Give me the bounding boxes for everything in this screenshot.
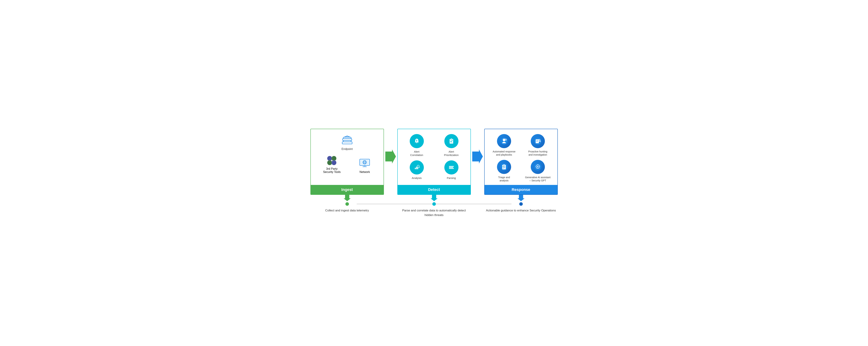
detect-footer: Detect bbox=[398, 185, 470, 194]
ingest-content: Endpoint bbox=[311, 129, 383, 185]
svg-point-66 bbox=[536, 166, 536, 167]
arrow-detect-response bbox=[471, 129, 484, 195]
response-item-proactive: Proactive hunting and investigation bbox=[528, 134, 547, 156]
svg-marker-69 bbox=[344, 195, 351, 201]
timeline-text-detect: Parse and correlate data to automaticall… bbox=[397, 208, 471, 217]
svg-rect-20 bbox=[364, 165, 366, 166]
response-item-triage: Triage and analysis bbox=[497, 160, 511, 182]
boxes-row: Endpoint bbox=[310, 129, 558, 195]
down-arrow-row bbox=[310, 195, 558, 201]
arrow-blue-svg bbox=[472, 150, 483, 163]
3rdparty-label: 3rd Party Security Tools bbox=[323, 167, 341, 174]
alert-correlation-circle bbox=[410, 134, 424, 148]
svg-marker-70 bbox=[431, 195, 438, 201]
detect-down-arrow-col bbox=[397, 195, 471, 201]
genai-circle bbox=[531, 160, 545, 174]
svg-rect-21 bbox=[363, 166, 367, 167]
svg-rect-33 bbox=[417, 167, 418, 169]
automated-circle bbox=[497, 134, 511, 148]
response-down-arrow-col bbox=[484, 195, 558, 201]
svg-point-68 bbox=[537, 164, 538, 165]
svg-rect-28 bbox=[451, 138, 452, 139]
svg-rect-55 bbox=[502, 165, 506, 169]
svg-rect-37 bbox=[449, 166, 454, 167]
proactive-circle bbox=[531, 134, 545, 148]
response-footer: Response bbox=[485, 185, 557, 194]
triage-circle bbox=[497, 160, 511, 174]
automated-label: Automated response and playbooks bbox=[493, 150, 515, 156]
detect-item-parsing: Parsing bbox=[444, 160, 459, 180]
3rdparty-svg bbox=[326, 155, 338, 166]
arrow-ingest-detect bbox=[384, 129, 397, 195]
network-icon bbox=[358, 157, 371, 170]
ingest-footer: Ingest bbox=[311, 185, 383, 194]
ingest-item-network: Network bbox=[358, 157, 371, 174]
timeline-dot-response bbox=[519, 202, 523, 206]
svg-point-67 bbox=[539, 166, 540, 167]
alert-prioritization-icon bbox=[447, 137, 455, 145]
detect-item-alert-prioritization: AlertPrioritization bbox=[444, 134, 459, 157]
svg-rect-3 bbox=[342, 142, 352, 144]
response-content: Automated response and playbooks bbox=[485, 129, 557, 185]
proactive-icon bbox=[534, 137, 542, 145]
svg-rect-31 bbox=[415, 168, 416, 169]
detect-grid: AlertCorrelation bbox=[401, 134, 467, 180]
svg-rect-38 bbox=[449, 167, 454, 168]
endpoint-label: Endpoint bbox=[342, 148, 353, 151]
detect-down-arrow bbox=[431, 195, 438, 201]
response-down-arrow bbox=[518, 195, 525, 201]
ingest-down-arrow bbox=[344, 195, 351, 201]
ingest-bottom-row: 3rd Party Security Tools bbox=[314, 155, 380, 174]
timeline-dot-ingest bbox=[345, 202, 349, 206]
alert-correlation-icon bbox=[413, 137, 421, 145]
alert-prioritization-label: AlertPrioritization bbox=[444, 150, 459, 157]
alert-correlation-label: AlertCorrelation bbox=[410, 150, 423, 157]
svg-rect-4 bbox=[345, 136, 349, 137]
svg-marker-71 bbox=[518, 195, 525, 201]
timeline-text-ingest: Collect and ingest data telemetry bbox=[323, 208, 371, 213]
detect-content: AlertCorrelation bbox=[398, 129, 470, 185]
arrow-green-svg bbox=[385, 150, 396, 163]
box-response: Automated response and playbooks bbox=[484, 129, 558, 195]
detect-item-alert-correlation: AlertCorrelation bbox=[410, 134, 424, 157]
parsing-label: Parsing bbox=[447, 176, 456, 180]
timeline-text-response: Actionable guidance to enhance Security … bbox=[484, 208, 558, 213]
svg-rect-56 bbox=[503, 164, 505, 165]
genai-icon bbox=[534, 163, 542, 171]
endpoint-svg bbox=[341, 134, 353, 147]
detect-item-analysis: Analysis bbox=[410, 160, 424, 180]
response-grid: Automated response and playbooks bbox=[488, 134, 554, 182]
ingest-title: Ingest bbox=[341, 187, 353, 192]
svg-rect-32 bbox=[416, 167, 417, 169]
box-detect: AlertCorrelation bbox=[397, 129, 471, 195]
svg-point-65 bbox=[537, 166, 538, 167]
response-title: Response bbox=[512, 187, 530, 192]
diagram-wrapper: Endpoint bbox=[310, 129, 558, 217]
network-svg bbox=[358, 157, 371, 170]
timeline-dot-detect bbox=[432, 202, 436, 206]
network-label: Network bbox=[360, 170, 370, 174]
svg-point-24 bbox=[416, 142, 417, 143]
ingest-item-3rdparty: 3rd Party Security Tools bbox=[323, 155, 341, 174]
proactive-label: Proactive hunting and investigation bbox=[528, 150, 547, 156]
3rdparty-icon bbox=[326, 155, 338, 167]
analysis-circle bbox=[410, 160, 424, 175]
analysis-icon bbox=[413, 163, 421, 171]
triage-label: Triage and analysis bbox=[498, 176, 510, 182]
svg-marker-41 bbox=[472, 150, 483, 163]
response-item-genai: Generative AI assistant – Security GPT bbox=[525, 160, 551, 182]
automated-icon bbox=[500, 137, 508, 145]
endpoint-icon bbox=[341, 134, 353, 148]
triage-icon bbox=[500, 163, 508, 171]
analysis-label: Analysis bbox=[412, 176, 422, 180]
svg-marker-22 bbox=[385, 150, 396, 163]
genai-label: Generative AI assistant – Security GPT bbox=[525, 176, 551, 182]
ingest-item-endpoint: Endpoint bbox=[341, 134, 353, 151]
response-item-automated: Automated response and playbooks bbox=[493, 134, 515, 156]
svg-point-45 bbox=[505, 139, 506, 140]
ingest-down-arrow-col bbox=[310, 195, 384, 201]
parsing-icon bbox=[447, 163, 455, 171]
alert-prioritization-circle bbox=[444, 134, 459, 148]
box-ingest: Endpoint bbox=[310, 129, 384, 195]
svg-rect-39 bbox=[449, 168, 454, 169]
